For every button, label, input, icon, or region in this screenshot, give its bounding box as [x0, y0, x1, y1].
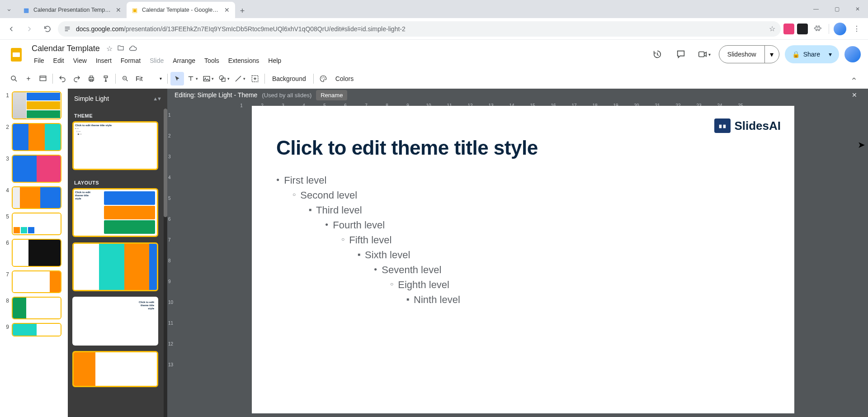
- paint-format-button[interactable]: [99, 72, 113, 85]
- tab-close-icon[interactable]: ✕: [115, 6, 122, 14]
- line-tool[interactable]: ▾: [232, 72, 247, 85]
- slide-thumb-4[interactable]: [12, 186, 61, 209]
- redo-button[interactable]: [70, 72, 84, 85]
- theme-switch-arrows-icon[interactable]: ▲▼: [153, 96, 161, 101]
- maximize-button[interactable]: ▢: [826, 0, 847, 18]
- extension-2-icon[interactable]: [797, 24, 808, 34]
- slide-thumb-3[interactable]: [12, 155, 61, 183]
- slide-thumb-8[interactable]: [12, 297, 61, 319]
- search-tool[interactable]: [7, 72, 21, 85]
- slide-number: 1: [4, 91, 9, 99]
- comments-icon[interactable]: [672, 45, 690, 63]
- slide-thumb-6[interactable]: [12, 239, 61, 267]
- layout-thumb-2[interactable]: [72, 242, 158, 291]
- tab-close-icon[interactable]: ✕: [223, 6, 231, 14]
- slide-number: 8: [4, 297, 9, 304]
- theme-scrollbar-thumb[interactable]: [164, 109, 167, 217]
- vertical-ruler[interactable]: 12345678910111213: [167, 101, 178, 417]
- separator: [264, 74, 265, 84]
- layout-thumb-1[interactable]: Click to edittheme titlestyle: [72, 188, 158, 237]
- shape-tool[interactable]: ▾: [217, 72, 231, 85]
- filmstrip[interactable]: 1 2 3 4 5 6 7 8 9: [0, 89, 68, 417]
- menu-help[interactable]: Help: [264, 55, 285, 66]
- svg-point-11: [219, 76, 223, 80]
- menu-slide[interactable]: Slide: [146, 55, 168, 66]
- theme-title-placeholder[interactable]: Click to edit theme title style: [276, 137, 538, 159]
- chrome-menu-button[interactable]: ⋮: [849, 21, 864, 37]
- move-icon[interactable]: [117, 44, 124, 53]
- slide-canvas[interactable]: ∎∎ SlidesAI Click to edit theme title st…: [252, 106, 794, 413]
- tab-search-dropdown[interactable]: [0, 2, 18, 18]
- menu-format[interactable]: Format: [117, 55, 145, 66]
- slideshow-button-group: Slideshow ▾: [719, 45, 779, 63]
- menu-tools[interactable]: Tools: [200, 55, 223, 66]
- slideshow-dropdown[interactable]: ▾: [764, 46, 779, 63]
- browser-tab-2[interactable]: ▣ Calendar Template - Google Slides ✕: [127, 2, 235, 18]
- slideshow-button[interactable]: Slideshow: [719, 46, 764, 63]
- extension-1-icon[interactable]: [783, 24, 794, 34]
- meet-icon[interactable]: ▾: [695, 45, 713, 63]
- placeholder-tool[interactable]: [248, 72, 262, 85]
- account-avatar[interactable]: [844, 46, 861, 62]
- slide-number: 6: [4, 239, 9, 246]
- slides-favicon-icon: ▣: [131, 6, 138, 14]
- document-title[interactable]: Calendar Template: [30, 43, 102, 54]
- menu-arrange[interactable]: Arrange: [169, 55, 199, 66]
- star-icon[interactable]: ☆: [106, 44, 113, 53]
- undo-button[interactable]: [56, 72, 69, 85]
- zoom-select[interactable]: Fit▾: [133, 72, 165, 85]
- back-button[interactable]: [4, 21, 19, 37]
- layout-thumb-4[interactable]: [72, 351, 158, 387]
- select-tool[interactable]: [170, 72, 184, 85]
- slides-logo-icon[interactable]: [7, 45, 25, 63]
- theme-body-placeholder[interactable]: First level Second level Third level Fou…: [276, 173, 460, 307]
- site-info-icon[interactable]: [63, 25, 71, 33]
- version-history-icon[interactable]: [648, 45, 666, 63]
- close-window-button[interactable]: ✕: [847, 0, 868, 18]
- slide-thumb-2[interactable]: [12, 123, 61, 151]
- svg-rect-4: [40, 76, 46, 81]
- layout-thumb-3[interactable]: Click to edittheme titlestyle: [72, 297, 158, 346]
- theme-select-header[interactable]: Simple Light ▲▼: [68, 89, 167, 109]
- share-dropdown-icon[interactable]: ▾: [824, 51, 836, 58]
- slide-thumb-1[interactable]: [12, 91, 61, 119]
- theme-master-thumb[interactable]: Click to edit theme title style• — ○ — ■…: [72, 121, 158, 170]
- reload-button[interactable]: [40, 21, 55, 37]
- textbox-tool[interactable]: ▾: [185, 72, 200, 85]
- colors-palette-icon: [316, 72, 330, 85]
- menu-extensions[interactable]: Extensions: [224, 55, 263, 66]
- new-slide-button[interactable]: +: [22, 72, 35, 85]
- close-theme-editor-button[interactable]: ✕: [848, 89, 861, 101]
- menu-edit[interactable]: Edit: [49, 55, 68, 66]
- slidesai-logo-icon: ∎∎: [714, 118, 731, 133]
- menu-file[interactable]: File: [30, 55, 48, 66]
- forward-button[interactable]: [22, 21, 37, 37]
- slide-thumb-9[interactable]: [12, 323, 61, 336]
- layout-button[interactable]: [36, 72, 50, 85]
- canvas-area[interactable]: ∎∎ SlidesAI Click to edit theme title st…: [178, 101, 868, 417]
- cloud-status-icon[interactable]: [129, 44, 137, 53]
- slide-number: 5: [4, 213, 9, 220]
- address-bar[interactable]: docs.google.com/presentation/d/13FEEhkZn…: [58, 21, 781, 37]
- menu-insert[interactable]: Insert: [92, 55, 116, 66]
- main-area: 1 2 3 4 5 6 7 8 9 Simple Light ▲▼ THEME …: [0, 89, 868, 417]
- minimize-button[interactable]: —: [806, 0, 826, 18]
- collapse-toolbar-button[interactable]: [847, 72, 861, 85]
- background-button[interactable]: Background: [268, 75, 311, 82]
- bookmark-star-icon[interactable]: ☆: [769, 24, 775, 33]
- menu-view[interactable]: View: [69, 55, 91, 66]
- theme-sidebar: Simple Light ▲▼ THEME Click to edit them…: [68, 89, 167, 417]
- extensions-puzzle-icon[interactable]: [811, 22, 824, 36]
- zoom-out-icon[interactable]: [118, 72, 132, 85]
- image-tool[interactable]: ▾: [201, 72, 216, 85]
- browser-tab-1[interactable]: ▦ Calendar Presentation Template ✕: [18, 2, 127, 18]
- new-tab-button[interactable]: +: [235, 4, 250, 18]
- theme-scrollbar[interactable]: [164, 109, 167, 417]
- profile-avatar[interactable]: [834, 23, 846, 35]
- slide-thumb-5[interactable]: [12, 213, 61, 235]
- rename-button[interactable]: Rename: [316, 90, 347, 100]
- print-button[interactable]: [85, 72, 98, 85]
- slide-thumb-7[interactable]: [12, 270, 61, 293]
- share-button[interactable]: 🔒 Share ▾: [785, 45, 839, 63]
- colors-button[interactable]: Colors: [331, 75, 358, 82]
